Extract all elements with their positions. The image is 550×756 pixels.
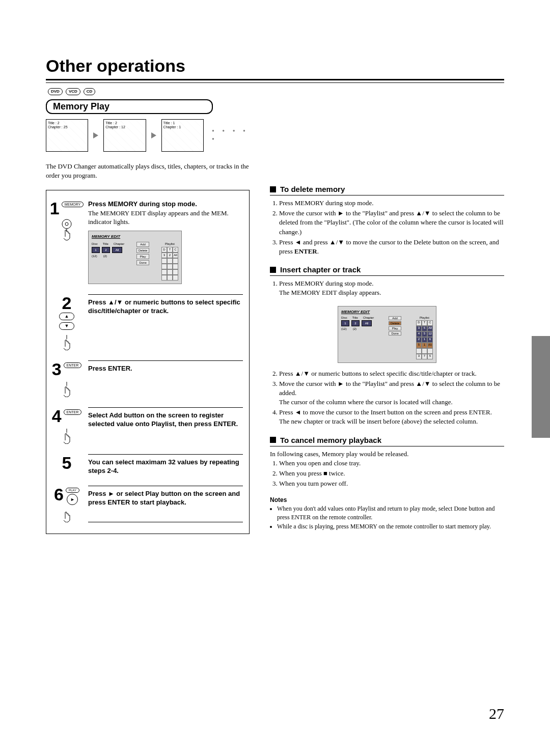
steps-box: 1 MEMORY Press MEMORY during stop mode. … — [46, 190, 250, 534]
list-item: When you press ■ twice. — [279, 469, 504, 478]
enter-button-icon: ENTER — [64, 362, 82, 368]
up-button-icon: ▲ — [59, 313, 74, 320]
memory-play-illustration: Title : 2 Chapter : 25 Title : 2 Chapter… — [46, 119, 250, 152]
step-3: 3 ENTER Press ENTER. — [51, 356, 243, 403]
insert-list-post: Press ▲/▼ or numeric buttons to select s… — [270, 369, 504, 427]
disc-badges: DVD VCD CD — [46, 88, 250, 95]
step-number: 5 — [62, 454, 72, 471]
press-hand-icon — [58, 380, 76, 397]
title-rule — [46, 79, 504, 83]
step-title: Press ► or select Play button on the scr… — [88, 490, 240, 507]
page-number: 27 — [489, 705, 504, 722]
step-number: 6 — [54, 486, 64, 503]
step-title: Press MEMORY during stop mode. — [88, 200, 197, 208]
cd-badge: CD — [84, 88, 96, 95]
notes-list: When you don't add values onto Playlist … — [270, 505, 504, 530]
step-1: 1 MEMORY Press MEMORY during stop mode. … — [51, 195, 243, 290]
list-item: Press MEMORY during stop mode.The MEMORY… — [279, 279, 504, 297]
step-title: Select Add button on the screen to regis… — [88, 411, 238, 428]
list-item: When you don't add values onto Playlist … — [277, 505, 504, 521]
thumb-1: Title : 2 Chapter : 25 — [46, 119, 88, 152]
dvd-badge: DVD — [48, 88, 63, 95]
cancel-intro: In following cases, Memory play would be… — [270, 450, 504, 459]
feature-heading: Memory Play — [46, 99, 213, 114]
page-title: Other operations — [46, 56, 504, 76]
step-number: 2 — [62, 294, 72, 312]
play-circle-icon: ► — [67, 494, 78, 505]
ellipsis-icon: • • • • • — [212, 127, 250, 144]
enter-button-icon: ENTER — [64, 409, 82, 415]
list-item: Press ▲/▼ or numeric buttons to select s… — [279, 369, 504, 378]
press-hand-icon — [58, 219, 76, 241]
step-4: 4 ENTER Select Add button on the screen … — [51, 403, 243, 450]
step-6: 6 PLAY ► Press ► or select Play button o… — [51, 482, 243, 528]
play-button-icon: PLAY — [66, 488, 79, 493]
insert-list-pre: Press MEMORY during stop mode.The MEMORY… — [270, 279, 504, 297]
square-bullet-icon — [270, 186, 276, 192]
subhead-delete: To delete memory — [270, 185, 504, 195]
list-item: While a disc is playing, press MEMORY on… — [277, 522, 504, 530]
step-5: 5 You can select maximam 32 values by re… — [51, 450, 243, 482]
intro-text: The DVD Changer automatically plays disc… — [46, 162, 250, 180]
step-title: Press ENTER. — [88, 365, 132, 372]
down-button-icon: ▼ — [59, 322, 74, 330]
svg-point-1 — [65, 222, 68, 226]
square-bullet-icon — [270, 267, 276, 273]
list-item: Move the cursor with ► to the "Playlist"… — [279, 379, 504, 407]
thumb-3: Title : 1 Chapter : 1 — [161, 119, 204, 152]
memory-button-icon: MEMORY — [62, 202, 84, 207]
memory-edit-display-2: MEMORY EDIT Disc Title Chapter 1 2 — [338, 306, 436, 363]
press-hand-icon — [58, 427, 76, 444]
subhead-cancel: To cancel memory playback — [270, 436, 504, 446]
list-item: Press ◄ to move the cursor to the Insert… — [279, 408, 504, 426]
list-item: When you open and close tray. — [279, 459, 504, 468]
thumb-2: Title : 2 Chapter : 12 — [103, 119, 146, 152]
step-title: You can select maximam 32 values by repe… — [88, 458, 239, 475]
press-hand-icon — [58, 507, 76, 522]
list-item: Move the cursor with ► to the "Playlist"… — [279, 209, 504, 237]
delete-list: Press MEMORY during stop mode.Move the c… — [270, 199, 504, 256]
vcd-badge: VCD — [66, 88, 80, 95]
list-item: Press ◄ and press ▲/▼ to move the cursor… — [279, 238, 504, 256]
memory-edit-display: MEMORY EDIT Disc Title Chapter — [88, 231, 182, 284]
step-number: 1 — [50, 200, 60, 217]
cancel-list: When you open and close tray.When you pr… — [270, 459, 504, 489]
subhead-insert: Insert chapter or track — [270, 265, 504, 276]
square-bullet-icon — [270, 437, 276, 443]
press-hand-icon — [58, 333, 76, 350]
list-item: When you turn power off. — [279, 479, 504, 488]
list-item: Press MEMORY during stop mode. — [279, 199, 504, 208]
step-title: Press ▲/▼ or numeric buttons to select s… — [88, 298, 240, 315]
step-body: The MEMORY EDIT display appears and the … — [88, 209, 229, 226]
arrow-right-icon — [93, 132, 98, 138]
notes-head: Notes — [270, 496, 504, 503]
svg-point-0 — [62, 219, 71, 229]
side-tab — [532, 336, 550, 438]
arrow-right-icon — [151, 132, 156, 138]
step-number: 3 — [52, 360, 62, 378]
step-number: 4 — [52, 407, 62, 425]
step-2: 2 ▲ ▼ Press ▲/▼ or numeric buttons to se… — [51, 290, 243, 356]
